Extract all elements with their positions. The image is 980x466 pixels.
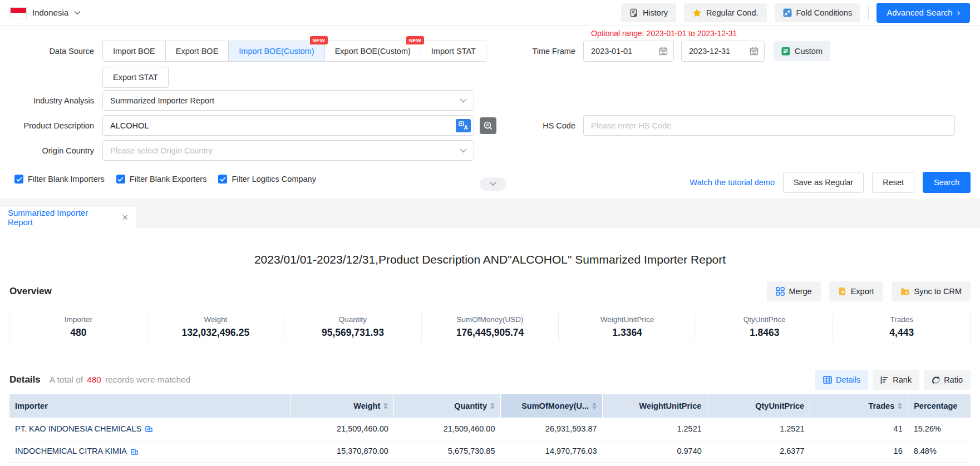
expand-filters-button[interactable] — [480, 177, 506, 191]
sort-icon — [898, 403, 902, 409]
close-icon[interactable]: × — [122, 212, 128, 222]
regular-cond-button[interactable]: Regular Cond. — [684, 3, 767, 22]
importer-name-link[interactable]: PT. KAO INDONESIA CHEMICALS — [15, 424, 141, 433]
stat-importer: Importer480 — [10, 313, 147, 341]
company-icon[interactable] — [145, 425, 152, 432]
history-button[interactable]: History — [621, 3, 676, 22]
view-ratio-button[interactable]: Ratio — [924, 370, 971, 390]
history-label: History — [643, 8, 668, 17]
chevron-down-icon — [490, 182, 496, 186]
tab-summarized-importer-report[interactable]: Summarized Importer Report × — [0, 207, 136, 228]
stat-trades: Trades4,443 — [833, 313, 970, 341]
product-description-label: Product Description — [8, 115, 94, 136]
view-switcher: Details Rank Ratio — [815, 370, 971, 390]
col-sum-of-money[interactable]: SumOfMoney(U... — [501, 394, 603, 418]
data-source-tabs: Import BOE Export BOE Import BOE(Custom)… — [102, 41, 492, 88]
sort-icon — [592, 403, 597, 409]
fuzzy-search-icon — [483, 121, 493, 131]
industry-analysis-select[interactable]: Summarized Importer Report — [102, 90, 474, 111]
col-weight[interactable]: Weight — [290, 394, 394, 418]
merge-label: Merge — [789, 287, 812, 296]
advanced-search-label: Advanced Search — [887, 8, 952, 17]
report-content: 2023/01/01-2023/12/31,Product Descriptio… — [0, 253, 980, 463]
tab-export-boe[interactable]: Export BOE — [165, 41, 229, 62]
save-as-regular-button[interactable]: Save as Regular — [783, 172, 864, 193]
data-source-label: Data Source — [8, 41, 94, 62]
sync-to-crm-label: Sync to CRM — [914, 287, 962, 296]
record-count: 480 — [87, 375, 101, 384]
star-icon — [692, 8, 702, 17]
sync-to-crm-button[interactable]: Sync to CRM — [892, 281, 971, 301]
product-description-input[interactable] — [103, 116, 456, 135]
stat-weight: Weight132,032,496.25 — [147, 313, 284, 341]
date-from-input[interactable]: 2023-01-01 — [583, 41, 674, 62]
filter-blank-exporters-checkbox[interactable]: Filter Blank Exporters — [116, 175, 207, 184]
origin-country-select[interactable]: Please select Origin Country — [102, 140, 474, 161]
col-trades[interactable]: Trades — [810, 394, 908, 418]
reset-button[interactable]: Reset — [872, 172, 914, 193]
fold-conditions-button[interactable]: Fold Conditions — [775, 3, 861, 22]
view-rank-button[interactable]: Rank — [873, 370, 919, 390]
search-button[interactable]: Search — [923, 172, 971, 193]
stat-quantity: Quantity95,569,731.93 — [284, 313, 421, 341]
details-header: Details A total of480records were matche… — [0, 370, 980, 390]
calendar-icon — [659, 47, 668, 56]
custom-calendar-icon — [781, 47, 790, 56]
sort-icon — [383, 403, 388, 409]
overview-header: Overview Merge Export Sync to CRM — [0, 281, 980, 301]
custom-range-button[interactable]: Custom — [774, 41, 830, 61]
tab-import-stat[interactable]: Import STAT — [421, 41, 486, 62]
records-matched-text: A total of480records were matched — [50, 375, 191, 385]
industry-analysis-label: Industry Analysis — [8, 90, 94, 111]
optional-range-note: Optional range: 2023-01-01 to 2023-12-31 — [591, 29, 737, 38]
checkbox-checked-icon — [116, 175, 125, 184]
translate-icon[interactable]: A — [456, 119, 471, 132]
origin-country-label: Origin Country — [8, 140, 94, 161]
ratio-icon — [932, 376, 940, 384]
table-icon — [823, 376, 832, 384]
date-to-input[interactable]: 2023-12-31 — [681, 41, 765, 62]
stat-sum-of-money: SumOfMoney(USD)176,445,905.74 — [421, 313, 559, 341]
filter-blank-importers-checkbox[interactable]: Filter Blank Importers — [14, 175, 105, 184]
merge-button[interactable]: Merge — [767, 281, 821, 301]
topbar-divider — [868, 6, 869, 20]
company-icon[interactable] — [131, 448, 138, 455]
export-button[interactable]: Export — [829, 281, 883, 301]
table-row: INDOCHEMICAL CITRA KIMIA 15,370,870.00 5… — [9, 440, 971, 462]
checkbox-checked-icon — [218, 175, 227, 184]
filter-logistics-company-checkbox[interactable]: Filter Logitics Company — [218, 175, 316, 184]
chevron-down-icon — [460, 98, 467, 103]
fold-conditions-label: Fold Conditions — [796, 8, 853, 17]
chevron-right-icon: › — [957, 8, 960, 17]
new-badge: NEW — [310, 36, 328, 44]
topbar: Indonesia History Regular Cond. Fold Con… — [0, 0, 980, 26]
indonesia-flag-icon — [10, 7, 27, 18]
table-header-row: Importer Weight Quantity SumOfMoney(U...… — [9, 394, 971, 418]
regular-cond-label: Regular Cond. — [706, 8, 759, 17]
export-file-icon — [838, 287, 846, 296]
tutorial-link[interactable]: Watch the tutorial demo — [690, 178, 775, 187]
importer-name-link[interactable]: INDOCHEMICAL CITRA KIMIA — [15, 447, 127, 455]
country-selector[interactable]: Indonesia — [10, 7, 81, 18]
overview-actions: Merge Export Sync to CRM — [767, 281, 971, 301]
col-quantity[interactable]: Quantity — [394, 394, 501, 418]
table-row: PT. KAO INDONESIA CHEMICALS 21,509,460.0… — [9, 418, 971, 440]
tab-import-boe-custom[interactable]: Import BOE(Custom)NEW — [228, 41, 324, 62]
product-description-field: A — [102, 115, 474, 136]
tab-export-stat[interactable]: Export STAT — [102, 67, 169, 88]
overview-stats: Importer480 Weight132,032,496.25 Quantit… — [9, 310, 971, 344]
topbar-actions: History Regular Cond. Fold Conditions Ad… — [621, 3, 970, 23]
new-badge: NEW — [406, 36, 424, 44]
tab-export-boe-custom[interactable]: Export BOE(Custom)NEW — [324, 41, 421, 62]
view-details-button[interactable]: Details — [815, 370, 868, 390]
hs-code-input[interactable] — [584, 116, 954, 135]
sync-folder-icon — [900, 287, 910, 296]
col-weight-unit-price: WeightUnitPrice — [603, 394, 707, 418]
fuzzy-search-button[interactable] — [480, 117, 496, 134]
details-heading: Details — [9, 374, 41, 385]
overview-heading: Overview — [9, 286, 52, 297]
tab-import-boe[interactable]: Import BOE — [102, 41, 166, 62]
advanced-search-button[interactable]: Advanced Search › — [876, 3, 970, 23]
sort-icon — [490, 403, 495, 409]
col-percentage: Percentage — [908, 394, 971, 418]
